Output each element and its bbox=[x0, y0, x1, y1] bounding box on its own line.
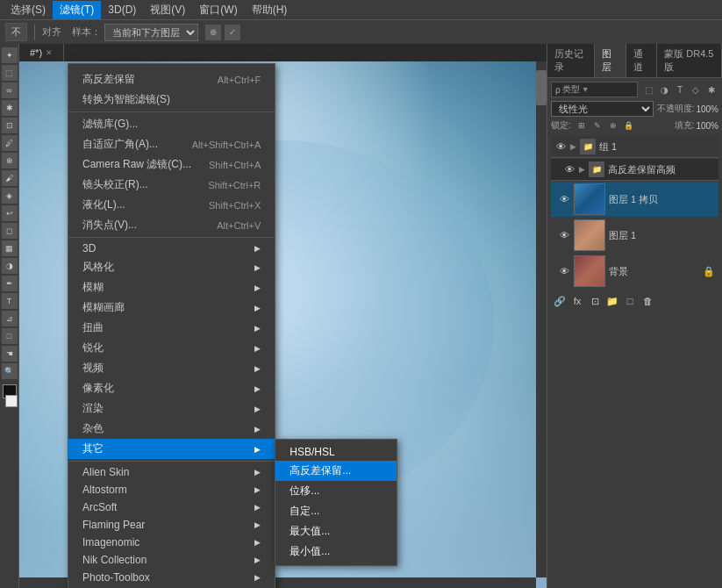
menu-item-pixelate[interactable]: 像素化 bbox=[68, 378, 275, 398]
scrollbar-v-thumb[interactable] bbox=[536, 70, 547, 105]
submenu-maximum[interactable]: 最大值... bbox=[275, 521, 397, 541]
menu-item-gaofan[interactable]: 高反差保留 Alt+Ctrl+F bbox=[68, 69, 275, 90]
blend-mode-select[interactable]: 线性光 bbox=[551, 101, 654, 117]
menu-item-arcsoft[interactable]: ArcSoft bbox=[68, 498, 275, 516]
tool-gradient[interactable]: ▦ bbox=[2, 240, 18, 256]
menu-item-distort[interactable]: 扭曲 bbox=[68, 318, 275, 338]
filter-smart-icon[interactable]: ✱ bbox=[704, 82, 718, 97]
tool-wand[interactable]: ✱ bbox=[2, 100, 18, 116]
menu-item-stylize[interactable]: 风格化 bbox=[68, 257, 275, 277]
tool-hand[interactable]: ☚ bbox=[2, 346, 18, 362]
lock-all-icon[interactable]: 🔒 bbox=[622, 118, 636, 133]
menu-item-liquify[interactable]: 液化(L)... Shift+Ctrl+X bbox=[68, 195, 275, 215]
tool-background[interactable] bbox=[5, 395, 18, 407]
tool-move[interactable]: ✦ bbox=[2, 47, 18, 63]
tool-heal[interactable]: ⊕ bbox=[2, 153, 18, 169]
filter-shape-icon[interactable]: ◇ bbox=[689, 82, 703, 97]
tool-select[interactable]: ⬚ bbox=[2, 65, 18, 81]
submenu-hsb[interactable]: HSB/HSL bbox=[275, 443, 397, 461]
menu-item-phototoolbox[interactable]: Photo-Toolbox bbox=[68, 569, 275, 586]
tab-channels[interactable]: 通道 bbox=[626, 44, 658, 77]
lock-pixels-icon[interactable]: ⊞ bbox=[575, 118, 589, 133]
menu-view[interactable]: 视图(V) bbox=[143, 1, 192, 19]
layer-visibility-copy[interactable]: 👁 bbox=[558, 193, 570, 205]
tool-pen[interactable]: ✒ bbox=[2, 276, 18, 291]
menu-item-alienskin[interactable]: Alien Skin bbox=[68, 463, 275, 481]
tab-history[interactable]: 历史记录 bbox=[547, 44, 595, 77]
layer-item-bg[interactable]: 👁 背景 🔒 bbox=[551, 254, 718, 289]
menu-filter[interactable]: 滤镜(T) bbox=[53, 1, 101, 19]
tool-text[interactable]: T bbox=[2, 293, 18, 309]
menu-item-noise[interactable]: 杂色 bbox=[68, 419, 275, 439]
menu-item-other[interactable]: 其它 HSB/HSL 高反差保留... 位移... bbox=[68, 439, 275, 459]
filter-pixel-icon[interactable]: ⬚ bbox=[641, 82, 655, 97]
filter-adjust-icon[interactable]: ◑ bbox=[657, 82, 671, 97]
toolbar-icon1[interactable]: ⊕ bbox=[205, 25, 221, 40]
layer-highpass-group[interactable]: 👁 ▶ 📁 高反差保留高频 bbox=[551, 159, 718, 181]
tool-crop[interactable]: ⊡ bbox=[2, 118, 18, 133]
canvas-tab-close[interactable]: ✕ bbox=[46, 48, 53, 57]
menu-select[interactable]: 选择(S) bbox=[4, 1, 53, 19]
layer-item-1[interactable]: 👁 图层 1 bbox=[551, 218, 718, 253]
submenu-offset[interactable]: 位移... bbox=[275, 481, 397, 501]
menu-item-lenscorrect[interactable]: 镜头校正(R)... Shift+Ctrl+R bbox=[68, 175, 275, 195]
menu-item-render[interactable]: 渲染 bbox=[68, 398, 275, 419]
menu-item-blur-gallery[interactable]: 模糊画廊 bbox=[68, 298, 275, 318]
link-layers-icon[interactable]: 🔗 bbox=[553, 294, 567, 308]
canvas-scrollbar-v[interactable] bbox=[536, 61, 547, 577]
menu-item-flamingpear[interactable]: Flaming Pear bbox=[68, 516, 275, 534]
filter-text-icon[interactable]: T bbox=[673, 82, 687, 97]
tool-brush[interactable]: 🖌 bbox=[2, 170, 18, 186]
layer-visibility-bg[interactable]: 👁 bbox=[558, 265, 570, 277]
tab-layers[interactable]: 图层 bbox=[595, 44, 626, 77]
tool-eraser[interactable]: ◻ bbox=[2, 223, 18, 239]
menu-window[interactable]: 窗口(W) bbox=[192, 1, 244, 19]
menu-item-imagenomic[interactable]: Imagenomic bbox=[68, 534, 275, 551]
layer-visibility-1[interactable]: 👁 bbox=[558, 229, 570, 241]
layer-visibility-group1[interactable]: 👁 bbox=[554, 140, 567, 153]
submenu-minimum[interactable]: 最小值... bbox=[275, 541, 397, 562]
tab-masks[interactable]: 蒙版 DR4.5版 bbox=[657, 44, 722, 77]
tool-shape[interactable]: □ bbox=[2, 328, 18, 344]
layer-group-1[interactable]: 👁 ▶ 📁 组 1 bbox=[551, 136, 718, 158]
layers-search-box[interactable]: ρ 类型 ▼ bbox=[551, 82, 638, 97]
tool-path[interactable]: ⊿ bbox=[2, 311, 18, 326]
menu-item-blur[interactable]: 模糊 bbox=[68, 277, 275, 298]
tool-zoom[interactable]: 🔍 bbox=[2, 363, 18, 379]
menu-help[interactable]: 帮助(H) bbox=[245, 1, 295, 19]
expand-group1[interactable]: ▶ bbox=[570, 142, 576, 151]
toolbar-sample-select[interactable]: 当前和下方图层 bbox=[104, 24, 198, 41]
tool-history[interactable]: ↩ bbox=[2, 205, 18, 221]
menu-item-altostorm[interactable]: Altostorm bbox=[68, 481, 275, 498]
new-group-icon[interactable]: 📁 bbox=[605, 294, 619, 308]
menu-item-video[interactable]: 视频 bbox=[68, 358, 275, 378]
new-layer-icon[interactable]: □ bbox=[623, 294, 637, 308]
toolbar-icon2[interactable]: ✓ bbox=[225, 25, 240, 40]
submenu-custom[interactable]: 自定... bbox=[275, 501, 397, 521]
canvas-tab-active[interactable]: #*) ✕ bbox=[19, 44, 64, 61]
delete-layer-icon[interactable]: 🗑 bbox=[640, 294, 654, 308]
menu-item-gallery[interactable]: 滤镜库(G)... bbox=[68, 114, 275, 134]
menu-3d[interactable]: 3D(D) bbox=[101, 2, 143, 18]
menu-item-sharpen[interactable]: 锐化 bbox=[68, 338, 275, 358]
lock-position-icon[interactable]: ✎ bbox=[590, 118, 604, 133]
tool-lasso[interactable]: ∞ bbox=[2, 82, 18, 98]
add-mask-icon[interactable]: ⊡ bbox=[588, 294, 602, 308]
tool-dodge[interactable]: ◑ bbox=[2, 258, 18, 274]
menu-item-convert[interactable]: 转换为智能滤镜(S) bbox=[68, 90, 275, 110]
toolbar-btn-undo[interactable]: 不 bbox=[5, 23, 27, 41]
menu-item-vanish[interactable]: 消失点(V)... Alt+Ctrl+V bbox=[68, 215, 275, 235]
lock-artboard-icon[interactable]: ⊕ bbox=[606, 118, 620, 133]
menu-item-cameraraw[interactable]: Camera Raw 滤镜(C)... Shift+Ctrl+A bbox=[68, 154, 275, 175]
layer-visibility-highpass[interactable]: 👁 bbox=[563, 163, 575, 176]
layer-item-copy[interactable]: 👁 图层 1 拷贝 bbox=[551, 182, 718, 217]
menu-item-3d[interactable]: 3D bbox=[68, 240, 275, 257]
menu-item-nikcollection[interactable]: Nik Collection bbox=[68, 551, 275, 569]
menu-item-adaptive[interactable]: 自适应广角(A)... Alt+Shift+Ctrl+A bbox=[68, 134, 275, 154]
tool-stamp[interactable]: ◈ bbox=[2, 188, 18, 204]
opacity-value[interactable]: 100% bbox=[696, 104, 718, 114]
fill-value[interactable]: 100% bbox=[696, 121, 718, 131]
submenu-highpass[interactable]: 高反差保留... bbox=[275, 461, 397, 481]
expand-highpass[interactable]: ▶ bbox=[579, 165, 585, 174]
add-style-icon[interactable]: fx bbox=[570, 294, 584, 308]
